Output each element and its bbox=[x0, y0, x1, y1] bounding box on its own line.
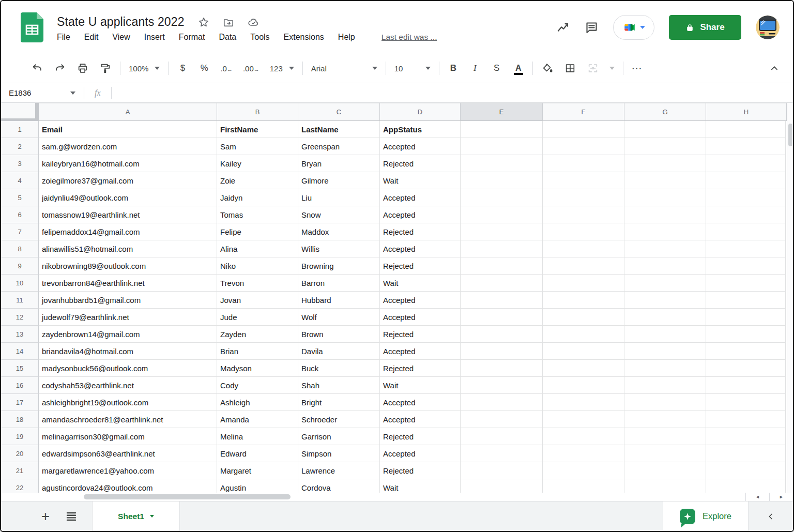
row-number[interactable]: 18 bbox=[1, 411, 39, 428]
row-number[interactable]: 9 bbox=[1, 257, 39, 275]
cell-email[interactable]: madysonbuck56@outlook.com bbox=[39, 360, 217, 377]
cell-empty[interactable] bbox=[543, 189, 624, 206]
menu-help[interactable]: Help bbox=[338, 33, 355, 42]
cell-empty[interactable] bbox=[543, 479, 624, 493]
cell-first-name[interactable]: Trevon bbox=[217, 275, 298, 292]
column-header-A[interactable]: A bbox=[39, 103, 217, 121]
cell-last-name[interactable]: Garrison bbox=[298, 428, 380, 445]
cell-email[interactable]: ashleighbright19@outlook.com bbox=[39, 394, 217, 411]
cell-empty[interactable] bbox=[624, 309, 706, 326]
cell-email[interactable]: agustincordova24@outlook.com bbox=[39, 479, 217, 493]
collapse-panel-chevron-icon[interactable] bbox=[749, 501, 793, 531]
print-button[interactable] bbox=[77, 62, 89, 74]
cell-empty[interactable] bbox=[706, 479, 786, 493]
cell-empty[interactable] bbox=[624, 326, 706, 343]
cell-last-name[interactable]: Brown bbox=[298, 326, 380, 343]
row-number[interactable]: 6 bbox=[1, 206, 39, 223]
cell-empty[interactable] bbox=[543, 138, 624, 155]
row-number[interactable]: 17 bbox=[1, 394, 39, 411]
cell-empty[interactable] bbox=[461, 155, 543, 172]
cell-empty[interactable] bbox=[706, 411, 786, 428]
cell-last-name[interactable]: Willis bbox=[298, 240, 380, 257]
cloud-saved-icon[interactable] bbox=[248, 17, 259, 28]
cell-first-name[interactable]: Cody bbox=[217, 377, 298, 394]
cell-email[interactable]: trevonbarron84@earthlink.net bbox=[39, 275, 217, 292]
cell-email[interactable]: judewolf79@earthlink.net bbox=[39, 309, 217, 326]
sheets-logo-icon[interactable] bbox=[21, 12, 43, 42]
cell-empty[interactable] bbox=[543, 257, 624, 275]
cell-email[interactable]: amandaschroeder81@earthlink.net bbox=[39, 411, 217, 428]
merge-cells-caret-icon[interactable] bbox=[609, 67, 615, 70]
cell-empty[interactable] bbox=[461, 275, 543, 292]
cell-email[interactable]: nikobrowning89@outlook.com bbox=[39, 257, 217, 275]
cell-first-name[interactable]: Jaidyn bbox=[217, 189, 298, 206]
cell-email[interactable]: kaileybryan16@hotmail.com bbox=[39, 155, 217, 172]
cell-empty[interactable] bbox=[461, 445, 543, 462]
cell-empty[interactable] bbox=[706, 377, 786, 394]
cell-app-status[interactable]: Wait bbox=[380, 275, 461, 292]
cell-empty[interactable] bbox=[461, 138, 543, 155]
meet-button[interactable] bbox=[613, 15, 654, 40]
cell-empty[interactable] bbox=[624, 377, 706, 394]
cell-first-name[interactable]: Alina bbox=[217, 240, 298, 257]
cell-app-status[interactable]: Wait bbox=[380, 479, 461, 493]
cell-last-name[interactable]: Buck bbox=[298, 360, 380, 377]
cell-empty[interactable] bbox=[461, 206, 543, 223]
undo-button[interactable] bbox=[31, 62, 43, 74]
cell-empty[interactable] bbox=[543, 240, 624, 257]
row-number[interactable]: 5 bbox=[1, 189, 39, 206]
cell-empty[interactable] bbox=[624, 206, 706, 223]
row-number[interactable]: 22 bbox=[1, 479, 39, 493]
explore-button[interactable]: Explore bbox=[663, 501, 749, 531]
cell-email[interactable]: sam.g@wordzen.com bbox=[39, 138, 217, 155]
cell-last-name[interactable]: Hubbard bbox=[298, 292, 380, 309]
row-number[interactable]: 3 bbox=[1, 155, 39, 172]
cell-first-name[interactable]: Felipe bbox=[217, 223, 298, 240]
row-number[interactable]: 8 bbox=[1, 240, 39, 257]
cell-last-name[interactable]: LastName bbox=[298, 121, 380, 138]
column-header-B[interactable]: B bbox=[217, 103, 298, 121]
star-icon[interactable] bbox=[198, 17, 209, 28]
cell-last-name[interactable]: Wolf bbox=[298, 309, 380, 326]
more-toolbar-button[interactable]: ⋯ bbox=[632, 62, 643, 74]
cell-empty[interactable] bbox=[706, 360, 786, 377]
account-avatar[interactable] bbox=[756, 16, 780, 39]
cell-app-status[interactable]: Rejected bbox=[380, 428, 461, 445]
sheet-tab-caret-icon[interactable] bbox=[150, 515, 154, 518]
cell-last-name[interactable]: Cordova bbox=[298, 479, 380, 493]
all-sheets-menu-icon[interactable] bbox=[64, 510, 79, 523]
cell-empty[interactable] bbox=[461, 377, 543, 394]
row-number[interactable]: 20 bbox=[1, 445, 39, 462]
cell-app-status[interactable]: Accepted bbox=[380, 240, 461, 257]
cell-empty[interactable] bbox=[461, 223, 543, 240]
cell-empty[interactable] bbox=[461, 326, 543, 343]
cell-app-status[interactable]: Rejected bbox=[380, 360, 461, 377]
cell-empty[interactable] bbox=[461, 479, 543, 493]
cell-last-name[interactable]: Davila bbox=[298, 343, 380, 360]
select-all-corner[interactable] bbox=[1, 103, 39, 121]
cell-empty[interactable] bbox=[543, 206, 624, 223]
cell-empty[interactable] bbox=[461, 309, 543, 326]
cell-empty[interactable] bbox=[461, 411, 543, 428]
cell-app-status[interactable]: Wait bbox=[380, 172, 461, 189]
cell-empty[interactable] bbox=[461, 428, 543, 445]
cell-email[interactable]: margaretlawrence1@yahoo.com bbox=[39, 462, 217, 479]
fill-color-button[interactable] bbox=[541, 62, 554, 74]
cell-app-status[interactable]: Accepted bbox=[380, 189, 461, 206]
cell-empty[interactable] bbox=[624, 155, 706, 172]
cell-empty[interactable] bbox=[624, 411, 706, 428]
cell-empty[interactable] bbox=[543, 172, 624, 189]
row-number[interactable]: 2 bbox=[1, 138, 39, 155]
decrease-decimals-button[interactable]: .0← bbox=[220, 64, 233, 73]
cell-empty[interactable] bbox=[543, 223, 624, 240]
cell-email[interactable]: alinawillis51@hotmail.com bbox=[39, 240, 217, 257]
cell-last-name[interactable]: Schroeder bbox=[298, 411, 380, 428]
row-number[interactable]: 14 bbox=[1, 343, 39, 360]
cell-email[interactable]: jaidynliu49@outlook.com bbox=[39, 189, 217, 206]
cell-first-name[interactable]: Agustin bbox=[217, 479, 298, 493]
cell-first-name[interactable]: Ashleigh bbox=[217, 394, 298, 411]
row-number[interactable]: 15 bbox=[1, 360, 39, 377]
cell-last-name[interactable]: Simpson bbox=[298, 445, 380, 462]
cell-empty[interactable] bbox=[543, 445, 624, 462]
cell-app-status[interactable]: Accepted bbox=[380, 394, 461, 411]
